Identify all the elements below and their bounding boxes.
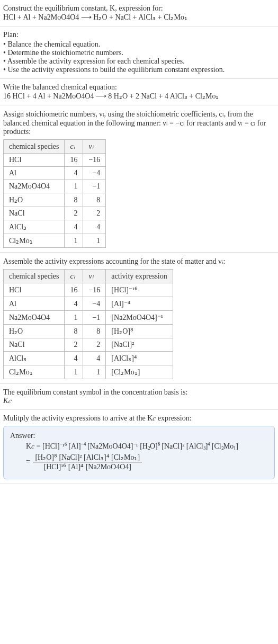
basis-symbol: K𝑐 [3, 397, 275, 405]
basis-heading: The equilibrium constant symbol in the c… [3, 388, 275, 397]
multiply-heading: Mulitply the activity expressions to arr… [3, 414, 275, 423]
unbalanced-equation: HCl + Al + Na2MoO4O4 ⟶ H₂O + NaCl + AlCl… [3, 13, 275, 22]
fraction-numerator: [H₂O]⁸ [NaCl]² [AlCl₃]⁴ [Cl₂Mo₁] [33, 453, 142, 462]
table-row: HCl16−16[HCl]⁻¹⁶ [4, 283, 173, 297]
kc-fraction-line: = [H₂O]⁸ [NaCl]² [AlCl₃]⁴ [Cl₂Mo₁] [HCl]… [10, 453, 268, 471]
balanced-section: Write the balanced chemical equation: 16… [0, 79, 278, 105]
table-row: AlCl₃44 [4, 220, 106, 234]
col-ci: cᵢ [65, 140, 83, 154]
table-row: Cl₂Mo₁11[Cl₂Mo₁] [4, 365, 173, 379]
table-row: H₂O88 [4, 193, 106, 207]
table-row: Al4−4 [4, 167, 106, 180]
assemble-section: Assemble the activity expressions accoun… [0, 253, 278, 384]
table-row: H₂O88[H₂O]⁸ [4, 325, 173, 338]
col-vi: νᵢ [83, 270, 106, 283]
answer-box: Answer: K𝑐 = [HCl]⁻¹⁶ [Al]⁻⁴ [Na2MoO4O4]… [3, 426, 275, 479]
stoich-table: chemical species cᵢ νᵢ HCl16−16 Al4−4 Na… [3, 139, 106, 248]
col-species: chemical species [4, 270, 65, 283]
multiply-section: Mulitply the activity expressions to arr… [0, 410, 278, 484]
table-row: NaCl22[NaCl]² [4, 338, 173, 352]
title-text: Construct the equilibrium constant, K, e… [3, 4, 275, 13]
basis-section: The equilibrium constant symbol in the c… [0, 384, 278, 410]
table-row: Na2MoO4O41−1[Na2MoO4O4]⁻¹ [4, 311, 173, 325]
title-section: Construct the equilibrium constant, K, e… [0, 0, 278, 26]
table-row: Cl₂Mo₁11 [4, 234, 106, 248]
answer-label: Answer: [10, 432, 268, 440]
col-activity: activity expression [106, 270, 173, 283]
fraction-denominator: [HCl]¹⁶ [Al]⁴ [Na2MoO4O4] [33, 462, 142, 471]
balanced-equation: 16 HCl + 4 Al + Na2MoO4O4 ⟶ 8 H₂O + 2 Na… [3, 92, 275, 101]
table-row: NaCl22 [4, 207, 106, 220]
plan-list: Balance the chemical equation. Determine… [3, 40, 275, 74]
table-header-row: chemical species cᵢ νᵢ activity expressi… [4, 270, 173, 283]
title-prefix: Construct the equilibrium constant, K, e… [3, 4, 163, 12]
table-row: AlCl₃44[AlCl₃]⁴ [4, 352, 173, 365]
plan-item: Determine the stoichiometric numbers. [3, 49, 275, 57]
assign-section: Assign stoichiometric numbers, νᵢ, using… [0, 105, 278, 253]
plan-item: Assemble the activity expression for eac… [3, 57, 275, 66]
equals-sign: = [26, 458, 32, 466]
plan-heading: Plan: [3, 31, 275, 39]
assemble-heading: Assemble the activity expressions accoun… [3, 257, 275, 266]
table-row: Al4−4[Al]⁻⁴ [4, 297, 173, 311]
kc-product-line: K𝑐 = [HCl]⁻¹⁶ [Al]⁻⁴ [Na2MoO4O4]⁻¹ [H₂O]… [10, 442, 268, 451]
assign-heading: Assign stoichiometric numbers, νᵢ, using… [3, 110, 275, 136]
fraction: [H₂O]⁸ [NaCl]² [AlCl₃]⁴ [Cl₂Mo₁] [HCl]¹⁶… [33, 453, 142, 471]
col-species: chemical species [4, 140, 65, 154]
col-ci: cᵢ [65, 270, 83, 283]
plan-section: Plan: Balance the chemical equation. Det… [0, 26, 278, 79]
table-row: HCl16−16 [4, 154, 106, 167]
activity-table: chemical species cᵢ νᵢ activity expressi… [3, 269, 173, 379]
col-vi: νᵢ [83, 140, 106, 154]
table-header-row: chemical species cᵢ νᵢ [4, 140, 106, 154]
plan-item: Use the activity expressions to build th… [3, 66, 275, 74]
plan-item: Balance the chemical equation. [3, 40, 275, 49]
balanced-heading: Write the balanced chemical equation: [3, 83, 275, 92]
table-row: Na2MoO4O41−1 [4, 180, 106, 193]
